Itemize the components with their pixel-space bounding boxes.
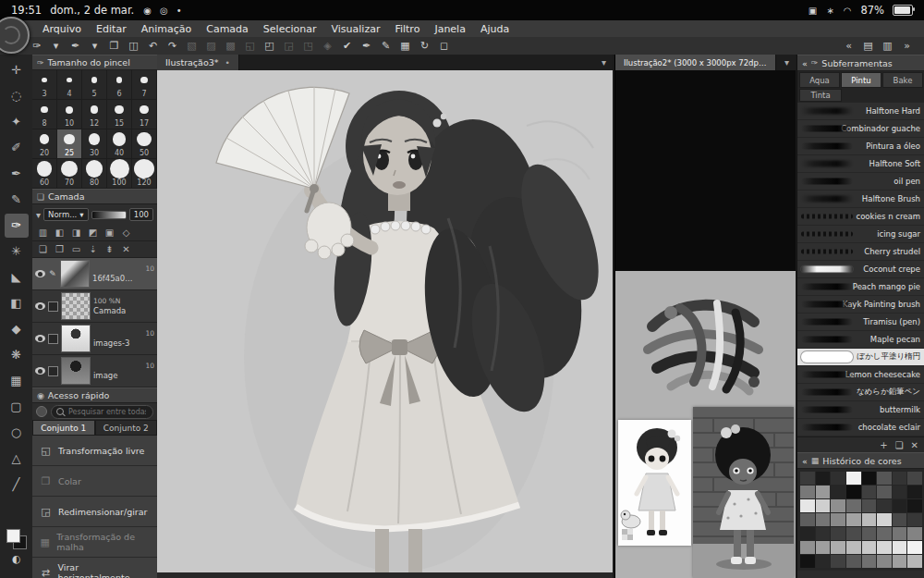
brush-size-option[interactable]: 80 bbox=[82, 159, 107, 189]
delete-layer-icon[interactable]: ✕ bbox=[118, 244, 134, 254]
ellipse-tool[interactable]: ○ bbox=[5, 421, 29, 445]
color-swatch[interactable] bbox=[877, 527, 892, 540]
bluetooth-icon[interactable]: ∗ bbox=[825, 6, 834, 16]
canvas[interactable] bbox=[157, 70, 613, 572]
airbrush-tool[interactable]: ✳ bbox=[5, 240, 29, 264]
quick-access-tab[interactable]: Conjunto 2 bbox=[95, 420, 158, 436]
quick-access-panel-header[interactable]: ◉ Acesso rápido bbox=[32, 387, 157, 403]
move-tool[interactable]: ✛ bbox=[5, 58, 29, 82]
subtool-brush-item[interactable]: Peach mango pie bbox=[797, 278, 924, 296]
app-menu-item[interactable]: Janela bbox=[427, 23, 473, 35]
layer-visibility-icon[interactable] bbox=[35, 335, 45, 342]
subtool-group-tab[interactable]: Tinta bbox=[799, 89, 842, 102]
collapse-panel-icon[interactable]: « bbox=[802, 58, 808, 68]
subtool-brush-item[interactable]: Tiramisu (pen) bbox=[797, 314, 924, 331]
new-raster-layer-icon[interactable]: ❏ bbox=[35, 244, 51, 254]
color-swatch[interactable] bbox=[831, 513, 845, 526]
color-swatch[interactable] bbox=[800, 527, 815, 540]
color-swatch[interactable] bbox=[862, 541, 877, 554]
canvas-2-empty-area[interactable] bbox=[615, 70, 796, 271]
brush-size-option[interactable]: 8 bbox=[32, 100, 57, 129]
brush-size-option[interactable]: 6 bbox=[107, 70, 132, 100]
subtool-group-tab[interactable]: Aqua bbox=[799, 72, 840, 88]
color-swatch[interactable] bbox=[893, 513, 907, 526]
brush-size-option[interactable]: 15 bbox=[107, 100, 132, 129]
color-swatch[interactable] bbox=[862, 513, 877, 526]
color-swatch[interactable] bbox=[816, 555, 831, 568]
color-swatch[interactable] bbox=[816, 527, 831, 540]
vector-pen-icon[interactable]: ✒ bbox=[357, 38, 376, 55]
color-swatch[interactable] bbox=[893, 555, 907, 568]
layer-panel-header[interactable]: ❏ Camada bbox=[32, 189, 157, 204]
color-swatch[interactable] bbox=[846, 499, 861, 512]
app-menu-item[interactable]: Arquivo bbox=[35, 23, 89, 35]
liquify-tool[interactable]: ▦ bbox=[5, 369, 29, 393]
layer-row[interactable]: 100 %N Camada bbox=[32, 290, 157, 323]
select-marquee-icon[interactable]: ▧ bbox=[182, 38, 201, 55]
collapse-panel-icon[interactable]: « bbox=[802, 456, 808, 466]
color-history-panel-header[interactable]: « ▦ Histórico de cores bbox=[797, 452, 924, 469]
eyedropper-tool[interactable]: ✐ bbox=[5, 136, 29, 160]
layer-checkbox[interactable] bbox=[48, 334, 58, 344]
subtool-brush-item[interactable]: icing sugar bbox=[797, 226, 924, 243]
color-swatch[interactable] bbox=[846, 541, 861, 554]
brush-size-option[interactable]: 100 bbox=[107, 159, 132, 189]
color-swatch[interactable] bbox=[800, 472, 815, 485]
tab-list-chevron-icon[interactable]: ▾ bbox=[595, 57, 613, 68]
color-swatch[interactable] bbox=[846, 486, 861, 498]
color-swatch[interactable] bbox=[862, 486, 877, 498]
color-swatch[interactable] bbox=[816, 486, 831, 498]
invert-selection-icon[interactable]: ▩ bbox=[221, 38, 240, 55]
color-swatch[interactable] bbox=[907, 513, 922, 526]
duplicate-subtool-icon[interactable]: ❏ bbox=[895, 440, 904, 450]
color-swatch[interactable] bbox=[877, 513, 892, 526]
color-swatch[interactable] bbox=[907, 499, 922, 512]
marker-tool[interactable]: ✑ bbox=[5, 214, 29, 238]
brush-size-option[interactable]: 20 bbox=[32, 129, 57, 159]
brush-size-option[interactable]: 3 bbox=[32, 70, 57, 100]
color-swatch[interactable] bbox=[877, 472, 892, 485]
color-swatch[interactable] bbox=[831, 486, 845, 498]
reference-image-doll-photo[interactable] bbox=[693, 407, 794, 578]
new-vector-layer-icon[interactable]: ❐ bbox=[52, 244, 67, 254]
brush-size-option[interactable]: 10 bbox=[57, 100, 82, 129]
color-swatch[interactable] bbox=[816, 513, 831, 526]
subtool-brush-item[interactable]: Combinador guache bbox=[797, 120, 924, 138]
blend-combine-icon[interactable]: ▾ bbox=[36, 210, 41, 220]
subtool-brush-item[interactable]: Pintura a óleo bbox=[797, 138, 924, 155]
qa-mesh-transform[interactable]: ▦ Transformação de malha bbox=[32, 527, 157, 558]
brush-size-option[interactable]: 70 bbox=[57, 159, 82, 189]
subtool-brush-item[interactable]: Halftone Brush bbox=[797, 191, 924, 208]
app-menu-item[interactable]: Selecionar bbox=[256, 23, 324, 35]
deselect-icon[interactable]: ▨ bbox=[201, 38, 221, 55]
open-file-icon[interactable]: ❐ bbox=[104, 38, 124, 55]
blend-mode-select[interactable]: Norm... ▾ bbox=[43, 208, 89, 221]
brush-size-option[interactable]: 50 bbox=[132, 129, 157, 159]
subtool-group-tab[interactable]: Bake bbox=[882, 72, 923, 88]
lock-alpha-icon[interactable]: ◧ bbox=[52, 228, 67, 238]
color-swatch[interactable] bbox=[846, 472, 861, 485]
subtool-brush-item[interactable]: Lemon cheesecake bbox=[797, 366, 924, 384]
blend-tool[interactable]: ❋ bbox=[5, 343, 29, 367]
color-swatch[interactable] bbox=[846, 527, 861, 540]
undo-icon[interactable]: ↶ bbox=[143, 38, 163, 55]
app-menu-item[interactable]: Editar bbox=[89, 23, 134, 35]
color-mode-icon[interactable]: ◐ bbox=[12, 553, 21, 565]
color-swatch[interactable] bbox=[831, 499, 845, 512]
brush-size-option[interactable]: 30 bbox=[82, 129, 107, 159]
redo-icon[interactable]: ↷ bbox=[163, 38, 182, 55]
lasso-tool[interactable]: ◌ bbox=[5, 84, 29, 108]
color-swatch[interactable] bbox=[893, 486, 907, 498]
layer-row[interactable]: ✎ 10 16f45a0... bbox=[32, 258, 157, 290]
panel-layout-icon[interactable]: ▤ bbox=[858, 38, 878, 55]
grid-view-icon[interactable]: ▦ bbox=[395, 38, 415, 55]
collapse-panels-right-icon[interactable]: » bbox=[897, 38, 917, 55]
reference-image-doll-illustration[interactable] bbox=[618, 420, 691, 546]
brush-size-option[interactable]: 40 bbox=[107, 129, 132, 159]
camera-indicator-icon[interactable]: ◎ bbox=[159, 6, 169, 16]
subtool-brush-item[interactable]: cookies n cream bbox=[797, 208, 924, 226]
mask-icon[interactable]: ◲ bbox=[279, 38, 298, 55]
eraser-tool[interactable]: ◆ bbox=[5, 317, 29, 341]
color-swatch[interactable] bbox=[877, 555, 892, 568]
document-tab[interactable]: Ilustração3* • bbox=[157, 55, 239, 70]
